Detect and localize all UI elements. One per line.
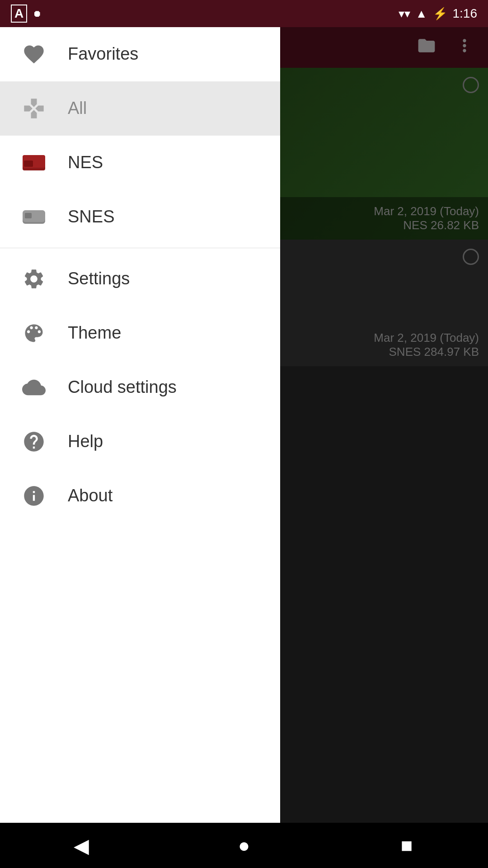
record-icon: ⏺ (33, 9, 42, 19)
navigation-drawer: Favorites All NES (0, 27, 280, 868)
status-bar: A ⏺ ▾▾ ▲ ⚡ 1:16 (0, 0, 488, 27)
drawer-item-all[interactable]: All (0, 81, 280, 136)
status-bar-left: A ⏺ (11, 5, 42, 23)
snes-label: SNES (68, 207, 114, 226)
drawer-item-cloud[interactable]: Cloud settings (0, 360, 280, 415)
drawer-item-about[interactable]: About (0, 469, 280, 523)
drawer-item-snes[interactable]: SNES (0, 190, 280, 244)
app-icon-a: A (11, 5, 27, 23)
recents-icon: ■ (401, 834, 413, 857)
help-label: Help (68, 432, 103, 451)
drawer-item-nes[interactable]: NES (0, 136, 280, 190)
svg-rect-5 (25, 213, 32, 218)
recents-button[interactable]: ■ (389, 827, 425, 863)
gamepad-icon (18, 93, 50, 124)
palette-icon (18, 317, 50, 349)
drawer-item-help[interactable]: Help (0, 415, 280, 469)
heart-icon (18, 38, 50, 70)
all-label: All (68, 99, 87, 118)
signal-icon: ▲ (416, 7, 427, 21)
cloud-icon (18, 372, 50, 403)
navigation-bar: ◀ ● ■ (0, 823, 488, 868)
nes-icon (18, 147, 50, 179)
main-container: Mar 2, 2019 (Today) NES 26.82 KB Mar 2, … (0, 27, 488, 868)
back-button[interactable]: ◀ (63, 827, 99, 863)
about-label: About (68, 486, 113, 505)
drawer-item-settings[interactable]: Settings (0, 252, 280, 306)
settings-label: Settings (68, 269, 130, 288)
status-bar-right: ▾▾ ▲ ⚡ 1:16 (399, 6, 477, 21)
back-icon: ◀ (74, 834, 89, 857)
help-icon (18, 426, 50, 458)
drawer-item-favorites[interactable]: Favorites (0, 27, 280, 81)
drawer-item-theme[interactable]: Theme (0, 306, 280, 360)
home-button[interactable]: ● (226, 827, 262, 863)
wifi-icon: ▾▾ (399, 7, 410, 21)
clock: 1:16 (453, 6, 478, 21)
battery-icon: ⚡ (433, 7, 447, 21)
info-icon (18, 480, 50, 512)
favorites-label: Favorites (68, 44, 138, 64)
home-icon: ● (238, 834, 250, 857)
drawer-divider (0, 248, 280, 248)
settings-icon (18, 263, 50, 295)
cloud-settings-label: Cloud settings (68, 377, 177, 397)
nes-label: NES (68, 153, 103, 172)
svg-rect-2 (24, 160, 33, 167)
drawer-overlay[interactable] (253, 27, 488, 868)
snes-icon (18, 201, 50, 233)
theme-label: Theme (68, 323, 121, 343)
